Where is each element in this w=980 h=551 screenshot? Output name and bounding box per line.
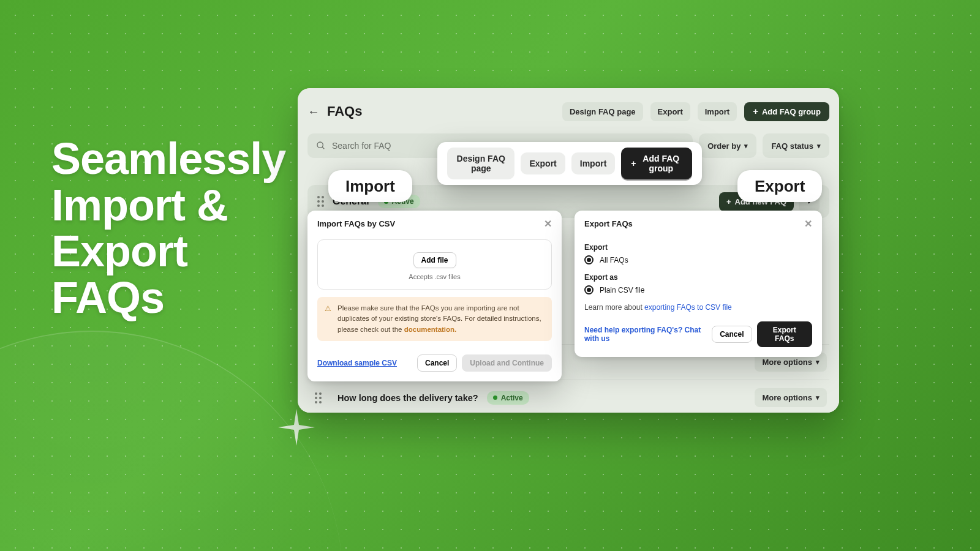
accepts-text: Accepts .csv files	[324, 273, 545, 280]
floating-toolbar: Design FAQ page Export Import +Add FAQ g…	[437, 142, 702, 185]
section-label: Export	[584, 243, 812, 252]
sparkle-icon	[278, 409, 315, 446]
chevron-down-icon: ▾	[816, 394, 820, 402]
section-label: Export as	[584, 273, 812, 282]
export-faqs-button[interactable]: Export FAQs	[757, 321, 812, 347]
modal-title: Import FAQs by CSV	[317, 219, 395, 228]
learn-more-link[interactable]: exporting FAQs to CSV file	[644, 303, 732, 312]
import-button[interactable]: Import	[698, 102, 737, 121]
export-modal: Export FAQs ✕ Export All FAQs Export as …	[575, 211, 822, 357]
file-drop-zone[interactable]: Add file Accepts .csv files	[317, 239, 552, 290]
modal-title: Export FAQs	[584, 219, 633, 228]
import-modal: Import FAQs by CSV ✕ Add file Accepts .c…	[307, 211, 562, 381]
export-button[interactable]: Export	[650, 102, 690, 121]
back-arrow-icon[interactable]: ←	[307, 105, 320, 119]
add-faq-group-button[interactable]: +Add FAQ group	[621, 148, 692, 179]
add-file-button[interactable]: Add file	[413, 252, 456, 268]
cancel-button[interactable]: Cancel	[712, 326, 752, 343]
faq-status-filter[interactable]: FAQ status▾	[763, 133, 829, 158]
design-faq-page-button[interactable]: Design FAQ page	[447, 148, 514, 179]
faq-question: How long does the delivery take?	[337, 393, 478, 403]
documentation-link[interactable]: documentation.	[404, 326, 457, 333]
marketing-headline: Seamlessly Import & Export FAQs	[51, 136, 285, 321]
import-callout: Import	[328, 170, 412, 202]
chevron-down-icon: ▾	[817, 142, 821, 150]
design-faq-page-button[interactable]: Design FAQ page	[562, 102, 643, 121]
radio-icon	[584, 255, 594, 264]
download-sample-link[interactable]: Download sample CSV	[317, 359, 397, 367]
svg-line-1	[322, 147, 324, 149]
export-callout: Export	[737, 170, 822, 202]
add-faq-group-button[interactable]: +Add FAQ group	[744, 102, 829, 121]
upload-continue-button: Upload and Continue	[462, 354, 552, 372]
plus-icon: +	[631, 159, 636, 168]
radio-plain-csv[interactable]: Plain CSV file	[584, 284, 812, 296]
radio-icon	[584, 285, 594, 294]
chevron-down-icon: ▾	[816, 358, 820, 366]
radio-all-faqs[interactable]: All FAQs	[584, 254, 812, 266]
faq-row: How long does the delivery take? Active …	[307, 380, 829, 413]
learn-more-text: Learn more about exporting FAQs to CSV f…	[584, 303, 812, 312]
cancel-button[interactable]: Cancel	[417, 354, 457, 372]
close-icon[interactable]: ✕	[804, 218, 812, 230]
plus-icon: +	[726, 197, 731, 206]
more-options-button[interactable]: More options▾	[755, 388, 827, 407]
import-button[interactable]: Import	[571, 152, 616, 174]
warning-icon: ⚠	[325, 304, 331, 335]
status-badge: Active	[487, 391, 529, 405]
svg-point-0	[317, 142, 323, 148]
warning-banner: ⚠ Please make sure that the FAQs you are…	[317, 297, 552, 341]
chevron-down-icon: ▾	[744, 142, 748, 150]
close-icon[interactable]: ✕	[544, 218, 552, 230]
search-icon	[316, 141, 326, 151]
order-by-filter[interactable]: Order by▾	[699, 133, 756, 158]
page-title: FAQs	[327, 103, 362, 119]
drag-handle-icon[interactable]	[315, 392, 322, 403]
drag-handle-icon[interactable]	[317, 196, 324, 207]
export-button[interactable]: Export	[521, 152, 565, 174]
chat-help-link[interactable]: Need help exporting FAQ's? Chat with us	[584, 326, 712, 343]
